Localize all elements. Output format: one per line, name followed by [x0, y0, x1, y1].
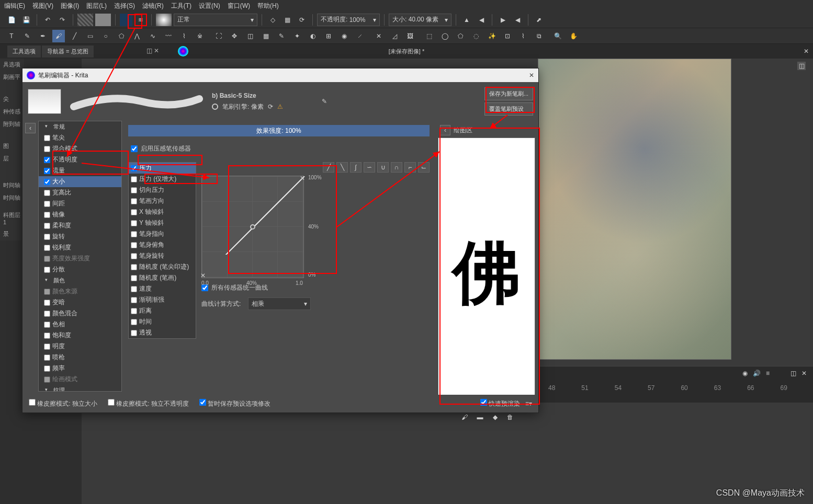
mirror-v-icon[interactable]: ▶ [496, 14, 509, 26]
save-new-brush-button[interactable]: 保存为新笔刷... [484, 87, 533, 100]
polygon-tool-icon[interactable]: ⬠ [115, 30, 128, 42]
onion-skin-icon[interactable]: ◉ [742, 370, 748, 377]
left-docker-label[interactable] [0, 135, 24, 140]
brush-editor-icon[interactable]: ≋ [134, 14, 147, 26]
sensor-item[interactable]: 随机度 (笔尖印迹) [129, 261, 196, 272]
left-docker-label[interactable]: 层 [0, 153, 24, 165]
param-item[interactable]: 流量 [39, 165, 121, 176]
smart-fill-icon[interactable]: ✦ [291, 30, 303, 42]
param-category[interactable]: ▾纹理 [39, 385, 121, 392]
param-item[interactable]: 绘画模式 [39, 374, 121, 385]
eraser-size-checkbox[interactable]: 橡皮擦模式: 独立大小 [29, 399, 97, 408]
sensor-item[interactable]: 透视 [129, 327, 196, 338]
left-docker-label[interactable]: 科图层 1 [0, 209, 24, 228]
curve-editor[interactable]: ✕ ✕ [201, 176, 304, 278]
dock-close-icon[interactable]: ✕ [801, 370, 807, 377]
param-item[interactable]: 色相 [39, 319, 121, 330]
pattern-picker[interactable] [95, 14, 111, 26]
canvas-image[interactable] [538, 59, 731, 360]
curve-preset-linear-icon[interactable]: ╱ [323, 162, 334, 173]
magnetic-select-icon[interactable]: ⧉ [533, 30, 545, 42]
param-item[interactable]: 变暗 [39, 297, 121, 308]
overwrite-brush-button[interactable]: 覆盖笔刷预设 [484, 102, 533, 116]
dialog-titlebar[interactable]: 笔刷编辑器 - Krita ✕ [22, 68, 538, 82]
left-docker-label[interactable]: 具选项 [0, 59, 24, 71]
fill-icon[interactable]: ▦ [259, 30, 272, 42]
param-item[interactable]: 不透明度 [39, 154, 121, 165]
ref-images-icon[interactable]: 🖼 [404, 30, 416, 42]
param-item[interactable]: 大小 [39, 176, 121, 187]
close-doc-icon[interactable]: ✕ [804, 48, 809, 55]
sensor-item[interactable]: 笔身俯角 [129, 239, 196, 250]
freehand-select-icon[interactable]: ◌ [470, 30, 482, 42]
param-item[interactable]: 锐利度 [39, 242, 121, 253]
bezier-tool-icon[interactable]: ∿ [146, 30, 159, 42]
curve-preset-arch-icon[interactable]: ∩ [391, 162, 402, 173]
size-spinner[interactable]: 大小: 40.00 像素▾ [389, 14, 451, 26]
sensor-item[interactable]: 随机度 (笔画) [129, 272, 196, 283]
preview-fill-icon[interactable]: ◆ [493, 414, 498, 421]
dynamic-brush-icon[interactable]: ⌇ [178, 30, 190, 42]
menu-edit[interactable]: 编辑(E) [4, 2, 25, 10]
mirror-h2-icon[interactable]: ◀ [475, 14, 488, 26]
text-tool-icon[interactable]: T [5, 30, 18, 42]
contiguous-select-icon[interactable]: ✨ [485, 30, 498, 42]
left-docker-label[interactable]: 时间轴 [0, 179, 24, 192]
param-item[interactable]: 饱和度 [39, 330, 121, 341]
edit-shape-icon[interactable]: ✎ [21, 30, 33, 42]
left-docker-label[interactable]: 时间轴 [0, 192, 24, 204]
menu-window[interactable]: 窗口(W) [228, 2, 250, 10]
menu-bars-icon[interactable]: ≡ [766, 370, 770, 377]
menu-help[interactable]: 帮助(H) [257, 2, 279, 10]
rect-tool-icon[interactable]: ▭ [84, 30, 96, 42]
poly-select-icon[interactable]: ⬠ [454, 30, 467, 42]
assistant-icon[interactable]: ✕ [372, 30, 385, 42]
left-docker-label[interactable]: 种传感 [0, 106, 24, 118]
left-docker-label[interactable]: 景 [0, 228, 24, 240]
param-item[interactable]: 颜色来源 [39, 286, 121, 297]
gradient-picker[interactable] [77, 14, 93, 26]
menu-select[interactable]: 选择(S) [114, 2, 135, 10]
alpha-lock-icon[interactable]: ▦ [281, 14, 293, 26]
param-item[interactable]: 频率 [39, 363, 121, 374]
parameter-list[interactable]: ▾常规 笔尖 混合模式 不透明度 流量 大小 宽高比 间距 镜像 柔和度 旋转 … [38, 121, 122, 392]
float-docker-icon[interactable]: ◫ [797, 62, 806, 70]
preview-brush-icon[interactable]: 🖌 [461, 414, 468, 421]
footer-menu-icon[interactable]: ≡▾ [525, 400, 532, 407]
reference-icon[interactable]: ◿ [388, 30, 401, 42]
similar-select-icon[interactable]: ⊡ [501, 30, 514, 42]
left-docker-label[interactable]: 图 [0, 140, 24, 153]
fast-preview-checkbox[interactable]: 快速预渲染 [480, 399, 520, 408]
zoom-icon[interactable]: 🔍 [551, 30, 564, 42]
ellipse-tool-icon[interactable]: ○ [99, 30, 112, 42]
param-category[interactable]: ▾常规 [39, 121, 121, 132]
polyline-tool-icon[interactable]: ⋀ [131, 30, 143, 42]
param-item[interactable]: 镜像 [39, 209, 121, 220]
temp-save-checkbox[interactable]: 暂时保存预设选项修改 [199, 399, 270, 408]
menu-layer[interactable]: 图层(L) [86, 2, 107, 10]
menu-tool[interactable]: 工具(T) [171, 2, 191, 10]
curve-preset-reverse-icon[interactable]: ╲ [336, 162, 348, 173]
preview-collapse-icon[interactable]: ‹ [440, 125, 450, 135]
calligraphy-icon[interactable]: ✒ [37, 30, 49, 42]
menu-filter[interactable]: 滤镜(R) [142, 2, 164, 10]
eraser-icon[interactable]: ◇ [266, 14, 279, 26]
unify-curves-checkbox[interactable]: 所有传感器统一曲线 [201, 283, 430, 292]
sensor-item[interactable]: 渐弱渐强 [129, 294, 196, 305]
multibrush-icon[interactable]: ※ [194, 30, 206, 42]
param-item[interactable]: 分散 [39, 264, 121, 275]
opacity-spinner[interactable]: 不透明度: 100%▾ [317, 14, 380, 26]
brush-preview-canvas[interactable]: 佛 [438, 138, 535, 409]
reload-preset-icon[interactable]: ⟳ [268, 103, 273, 110]
param-item[interactable]: 亮度效果强度 [39, 253, 121, 264]
dock-float-icon[interactable]: ◫ [791, 370, 796, 377]
color-picker-icon[interactable]: ✎ [275, 30, 288, 42]
transform-icon[interactable]: ⛶ [212, 30, 225, 42]
left-docker-label[interactable] [0, 84, 24, 88]
param-item[interactable]: 间距 [39, 198, 121, 209]
menu-image[interactable]: 图像(I) [61, 2, 79, 10]
param-item[interactable]: 喷枪 [39, 352, 121, 363]
sensor-item[interactable]: 压力 (仅增大) [129, 174, 196, 185]
sensor-item[interactable]: 时间 [129, 316, 196, 327]
audio-icon[interactable]: 🔊 [753, 370, 761, 377]
